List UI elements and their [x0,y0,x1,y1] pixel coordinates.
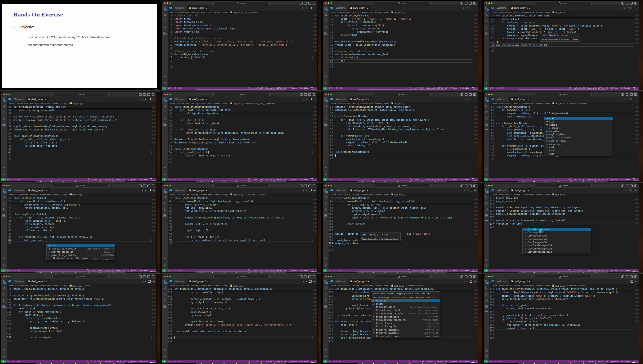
tab-welcome[interactable]: Welcome [495,188,509,193]
code-line[interactable]: 137 [168,317,313,320]
run-dropdown-icon[interactable]: ∨ [145,98,146,100]
breadcrumb-item[interactable]: AIBootCamp [200,102,212,105]
settings-gear-icon[interactable] [163,264,167,267]
code-line[interactable]: 40class TranslationDataset(Dataset): [168,105,313,108]
code-line[interactable]: 116model = Seq2Seq(encoder, decoder, dev… [489,212,634,216]
code-line[interactable]: 76 [489,157,634,160]
autocomplete-item[interactable]: ▢tfk:code:word_embeddingsWord Embedding [371,318,440,322]
breadcrumb-item[interactable]: AIBootCamp [40,284,51,287]
remote-indicator[interactable]: >< [484,178,488,181]
more-views-icon[interactable] [485,129,488,130]
code-line[interactable]: 144 [168,339,313,343]
more-views-icon[interactable] [324,129,327,130]
zoom-window-button[interactable] [330,94,332,95]
code-line[interactable]: 158 [489,330,634,333]
code-line[interactable]: 62 outputs, (hidden, cell) = self.lstm(e… [329,141,474,144]
encoding-indicator[interactable]: UTF-8 [437,178,443,181]
code-line[interactable]: 99 [168,242,313,245]
code-line[interactable]: 80 def __init__(self, encoder, decoder, … [7,216,152,219]
titlebar-search[interactable]: Search [535,2,592,5]
code-line[interactable]: 147 tokens = [english_vocab["<SOS>"]] + … [489,294,634,297]
autocomplete-item[interactable]: ▤except [544,123,613,126]
toggle-panel-icon[interactable] [304,185,307,187]
run-file-icon[interactable]: ▷ [141,280,143,283]
autocomplete-item[interactable]: ▣embedded [544,130,613,133]
breadcrumb-item[interactable]: Desktop [352,284,359,287]
settings-gear-icon[interactable] [485,81,488,85]
breadcrumb-item[interactable]: Week11 [214,102,221,105]
autocomplete-item[interactable]: ▢tfk:ctrl:saveModelSave Model Op [371,331,440,335]
code-editor[interactable]: 51dataset = TranslationDataset(english_d… [329,105,478,178]
code-line[interactable]: 85 [7,232,152,235]
cursor-position[interactable]: Ln 119, Col 20 [573,269,585,271]
problems-warnings[interactable]: △ 0 [334,178,337,181]
editor-more-actions-icon[interactable]: ⋯ [635,189,637,192]
cursor-position[interactable]: Ln 143, Col 1 [252,360,263,363]
toggle-panel-icon[interactable] [465,275,467,278]
cursor-position[interactable]: Ln 157, Col 30 [572,360,585,363]
settings-gear-icon[interactable] [485,173,488,176]
zoom-indicator-icon[interactable] [569,178,571,180]
minimap[interactable] [152,197,156,231]
breadcrumb-item[interactable]: vivianaranha [338,194,350,196]
extensions-icon[interactable] [324,123,327,126]
code-line[interactable]: 21english_vocab = build_vocab(english_se… [329,40,474,43]
close-window-button[interactable] [164,94,166,95]
python-version[interactable]: 3.9.6 64-bit [460,87,469,89]
breadcrumb-item[interactable]: AIBootCamp [200,194,212,196]
editor-more-actions-icon[interactable]: ⋯ [635,7,637,9]
toggle-secondary-sidebar-icon[interactable] [630,185,633,187]
code-line[interactable]: 139 print(f"Epoch {epoch+1},/{num_epocs}… [168,323,313,326]
search-sidebar-icon[interactable] [485,104,488,108]
code-line[interactable]: 88 tgt_len = tgt.size(1) [168,206,313,209]
python-version[interactable]: 3.9.6 64-bit [621,178,630,181]
source-control-icon[interactable] [485,111,488,114]
code-line[interactable]: 77 return predictions, hidden, cell [7,206,152,209]
tab-welcome[interactable]: Welcome [173,188,187,193]
code-line[interactable]: 95 input = tgt[:, 0] [168,229,313,232]
zoom-window-button[interactable] [491,276,493,277]
zoom-window-button[interactable] [169,185,171,186]
more-views-icon[interactable] [324,311,327,312]
autocomplete-item[interactable]: ▢tf:separable-conv2dSeparable 2D Convolu… [47,247,115,251]
problems-errors[interactable]: ⊘ 0 [168,269,171,271]
code-line[interactable]: 29 [329,66,474,69]
remote-indicator[interactable]: >< [484,87,488,90]
toggle-secondary-sidebar-icon[interactable] [147,275,150,278]
breadcrumb-item[interactable]: Day6 [223,194,228,196]
breadcrumb-item[interactable]: Day6 [63,194,67,196]
tab-file[interactable]: day6_ex.py ● [509,188,531,193]
ports-indicator[interactable]: ◎ 0 [500,360,503,363]
tab-dirty-indicator[interactable]: ● [46,280,47,282]
breadcrumb-file-item[interactable]: day6_ex.py [552,102,565,105]
breadcrumb-item[interactable]: Desktop [513,194,520,196]
code-line[interactable]: 55 def __init__(self, ): [168,151,313,154]
macos-dock-sliver[interactable] [196,89,286,91]
toggle-sidebar-icon[interactable] [622,185,624,187]
more-views-icon[interactable] [2,129,6,130]
code-line[interactable]: 33 [7,112,152,115]
code-line[interactable]: 36 [7,122,152,125]
tab-welcome[interactable]: Welcome [334,188,348,193]
cursor-position[interactable]: Ln 27, Col 9 [414,87,424,89]
code-line[interactable]: 15 for sentence in sentences: [329,20,474,24]
autocomplete-item[interactable]: ▢tfk:code:translateTranslate [371,315,440,318]
code-line[interactable]: 79class Seq2Seq(nn.Module): [168,196,313,200]
code-line[interactable]: 40class TranslationDataset(Dataset): [7,134,152,138]
tab-welcome[interactable]: Welcome [12,188,26,193]
problems-warnings[interactable]: △ 0 [334,269,337,271]
code-line[interactable]: 41 def __init__(self, src_data, tgt_data… [7,138,152,141]
toggle-panel-icon[interactable] [304,275,307,278]
run-debug-icon[interactable] [485,25,488,29]
autocomplete-popup[interactable]: ◇CrossEntropyLoss◇CrossMapLRN2d◇ConvTran… [522,228,591,254]
cursor-position[interactable]: Ln 66, Col 5 [414,178,424,181]
python-version[interactable]: 3.9.6 64-bit [138,360,148,363]
autocomplete-item[interactable]: ◇LazyConvTranspose1d [523,244,591,247]
code-line[interactable]: 67 [329,157,474,160]
code-line[interactable]: 13def build_vocab(sentences): [168,53,313,56]
code-line[interactable]: 152 [489,310,634,314]
run-debug-icon[interactable] [485,117,488,120]
breadcrumb-symbol-item[interactable]: ◇Encoder [245,102,254,105]
breadcrumb-file-item[interactable]: day6_ex.py [391,102,404,105]
code-editor[interactable]: 13def build_vocab(sentences):14 vocab = … [329,14,478,87]
